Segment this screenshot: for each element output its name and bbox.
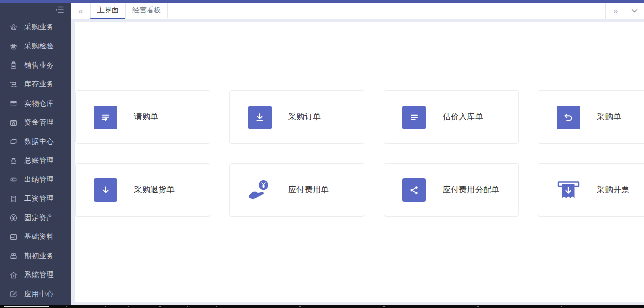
printer-icon bbox=[9, 175, 18, 184]
card-estimated-inbound[interactable]: 估价入库单 bbox=[384, 90, 519, 144]
sidebar-item-payroll[interactable]: 工资管理 bbox=[0, 190, 71, 209]
sidebar-item-label: 实物仓库 bbox=[24, 99, 54, 108]
sidebar-menu: 采购业务 采购检验 销售业务 库存业务 实物仓库 资金管理 bbox=[0, 17, 71, 304]
cards-row-1: 请购单 采购订单 估价入库单 bbox=[75, 90, 644, 144]
receipt-printer-icon bbox=[556, 178, 581, 202]
basket-icon bbox=[9, 23, 18, 32]
card-purchase-invoicing[interactable]: 采购开票 bbox=[538, 163, 644, 217]
tabs-scroll-right-button[interactable]: » bbox=[605, 3, 625, 19]
yen-circle-icon bbox=[9, 213, 18, 222]
sidebar-item-label: 出纳管理 bbox=[24, 175, 54, 184]
sidebar-item-label: 系统管理 bbox=[24, 270, 54, 280]
tabbar-controls: » bbox=[605, 3, 644, 19]
sidebar-item-procurement-inspection[interactable]: 采购检验 bbox=[0, 37, 71, 56]
sidebar-item-label: 采购业务 bbox=[24, 23, 54, 32]
undo-arrow-icon bbox=[557, 106, 580, 129]
sidebar-item-label: 销售业务 bbox=[24, 61, 54, 70]
chevrons-left-icon: « bbox=[78, 7, 83, 15]
storage-box-icon bbox=[9, 99, 18, 108]
data-loop-icon bbox=[9, 137, 18, 146]
layout-icon bbox=[9, 233, 18, 241]
sidebar-item-label: 期初业务 bbox=[24, 252, 54, 261]
sidebar-item-label: 库存业务 bbox=[24, 80, 54, 89]
sidebar-item-fixed-assets[interactable]: 固定资产 bbox=[0, 208, 71, 228]
tabbar-spacer bbox=[168, 3, 605, 19]
sidebar-item-physical-warehouse[interactable]: 实物仓库 bbox=[0, 94, 71, 113]
sidebar-item-procurement[interactable]: 采购业务 bbox=[0, 18, 71, 37]
cards-row-2: 采购退货单 应付费用单 应付费用分配单 bbox=[75, 163, 644, 217]
sidebar-item-label: 数据中心 bbox=[24, 137, 54, 146]
card-purchase-return[interactable]: 采购退货单 bbox=[75, 163, 210, 217]
tab-bar: « 主界面 经营看板 » bbox=[71, 3, 644, 19]
sidebar-item-app-center[interactable]: 应用中心 bbox=[0, 285, 71, 304]
sidebar-item-label: 应用中心 bbox=[24, 290, 54, 299]
document-icon bbox=[9, 195, 18, 203]
chevron-down-icon bbox=[631, 9, 638, 13]
list-arrow-right-icon bbox=[94, 106, 117, 129]
sidebar-item-label: 采购检验 bbox=[24, 42, 54, 51]
card-label: 采购订单 bbox=[288, 112, 321, 122]
tab-label: 主界面 bbox=[97, 6, 119, 15]
sidebar-item-funds[interactable]: 资金管理 bbox=[0, 113, 71, 133]
card-payable-expense[interactable]: 应付费用单 bbox=[229, 163, 364, 217]
card-payable-expense-allocation[interactable]: 应付费用分配单 bbox=[384, 163, 519, 217]
card-purchase-requisition[interactable]: 请购单 bbox=[75, 90, 210, 144]
indent-collapse-icon[interactable] bbox=[54, 6, 64, 14]
card-purchase-order[interactable]: 采购订单 bbox=[229, 90, 364, 144]
sidebar-item-label: 基础资料 bbox=[24, 232, 54, 241]
sidebar-item-data-center[interactable]: 数据中心 bbox=[0, 132, 71, 151]
sidebar-item-system[interactable]: 系统管理 bbox=[0, 266, 71, 285]
share-icon bbox=[402, 178, 426, 202]
tabs-list-button[interactable] bbox=[625, 3, 644, 19]
sidebar-item-general-ledger[interactable]: 总账管理 bbox=[0, 151, 71, 171]
card-label: 应付费用单 bbox=[288, 184, 329, 195]
card-label: 采购退货单 bbox=[134, 184, 175, 195]
download-icon bbox=[248, 106, 272, 129]
card-label: 估价入库单 bbox=[443, 112, 483, 122]
hand-stock-icon bbox=[9, 80, 18, 89]
content-area: « 主界面 经营看板 » bbox=[71, 3, 644, 305]
taskbar-sliver bbox=[0, 305, 644, 308]
sidebar-item-sales[interactable]: 销售业务 bbox=[0, 56, 71, 75]
sidebar-item-cashier[interactable]: 出纳管理 bbox=[0, 170, 71, 190]
bank-icon bbox=[9, 118, 18, 127]
tabs-scroll-left-button[interactable]: « bbox=[71, 3, 90, 19]
card-label: 应付费用分配单 bbox=[443, 184, 499, 195]
sidebar-item-inventory[interactable]: 库存业务 bbox=[0, 75, 71, 95]
sidebar-item-base-data[interactable]: 基础资料 bbox=[0, 228, 71, 247]
card-label: 采购单 bbox=[597, 112, 621, 122]
sidebar-item-label: 工资管理 bbox=[24, 194, 54, 203]
tab-main-interface[interactable]: 主界面 bbox=[90, 3, 125, 19]
clipboard-icon bbox=[9, 61, 18, 70]
tab-business-dashboard[interactable]: 经营看板 bbox=[125, 3, 168, 19]
edit-square-icon bbox=[9, 290, 18, 298]
sidebar-item-label: 资金管理 bbox=[24, 118, 54, 127]
lines-icon bbox=[402, 106, 426, 129]
tab-label: 经营看板 bbox=[132, 6, 161, 15]
workspace-background: 请购单 采购订单 估价入库单 bbox=[71, 19, 644, 305]
card-purchase-doc[interactable]: 采购单 bbox=[538, 90, 644, 144]
card-label: 采购开票 bbox=[597, 184, 629, 195]
sidebar-item-label: 固定资产 bbox=[24, 213, 54, 223]
money-pouch-icon bbox=[9, 157, 18, 165]
app-window: 采购业务 采购检验 销售业务 库存业务 实物仓库 资金管理 bbox=[0, 3, 644, 305]
sidebar-item-label: 总账管理 bbox=[24, 156, 54, 165]
cash-register-icon bbox=[9, 252, 18, 260]
home-icon bbox=[9, 271, 18, 280]
sidebar: 采购业务 采购检验 销售业务 库存业务 实物仓库 资金管理 bbox=[0, 3, 71, 305]
chevrons-right-icon: » bbox=[613, 7, 618, 15]
main-panel: 请购单 采购订单 估价入库单 bbox=[75, 22, 644, 302]
basket-inspect-icon bbox=[9, 42, 18, 51]
arrow-down-icon bbox=[94, 178, 117, 202]
sidebar-item-opening-business[interactable]: 期初业务 bbox=[0, 247, 71, 266]
sidebar-header bbox=[0, 3, 71, 17]
card-label: 请购单 bbox=[134, 112, 158, 122]
hand-coin-icon bbox=[247, 178, 273, 202]
